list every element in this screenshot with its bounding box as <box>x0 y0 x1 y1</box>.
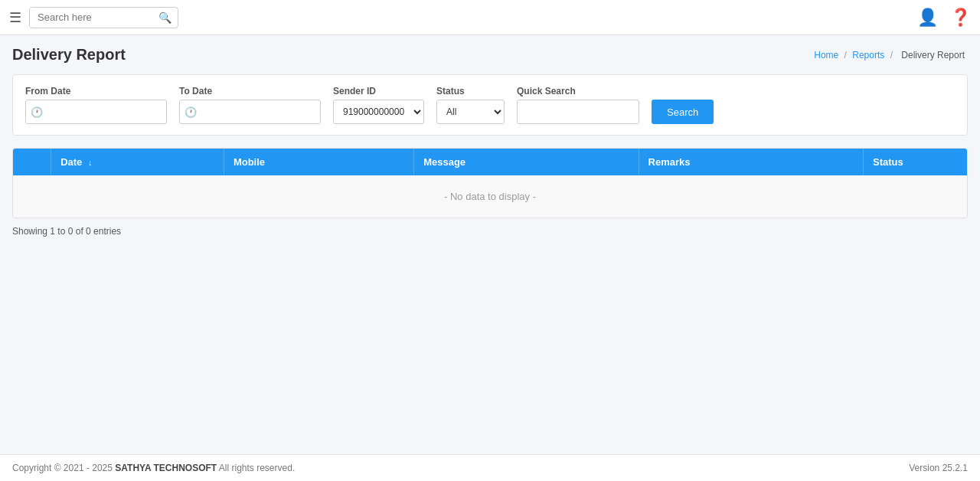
to-date-input[interactable]: 04-Feb-2025 02:06 PM <box>201 106 315 117</box>
help-icon[interactable]: ❓ <box>950 8 971 28</box>
sort-icon-date: ↓ <box>88 158 93 167</box>
col-header-message: Message <box>414 149 639 175</box>
global-search-input[interactable] <box>30 8 152 27</box>
search-icon: 🔍 <box>158 11 172 24</box>
showing-entries: Showing 1 to 0 of 0 entries <box>12 226 968 237</box>
col-header-mobile: Mobile <box>224 149 413 175</box>
status-group: Status All Delivered Pending Failed <box>436 86 505 124</box>
breadcrumb-sep-2: / <box>890 50 896 61</box>
table-header: Date ↓ Mobile Message Remarks Status <box>13 149 967 175</box>
breadcrumb: Home / Reports / Delivery Report <box>814 50 968 61</box>
filter-section: From Date 🕐 04-Feb-2025 12:00 AM To Date… <box>12 74 968 136</box>
hamburger-icon[interactable]: ☰ <box>9 9 21 26</box>
status-label: Status <box>436 86 505 97</box>
user-icon[interactable]: 👤 <box>917 8 938 28</box>
sender-id-group: Sender ID 919000000000 <box>333 86 424 124</box>
table-section: Date ↓ Mobile Message Remarks Status - N… <box>12 148 968 218</box>
col-header-status: Status <box>864 149 967 175</box>
copyright-text: Copyright © 2021 - 2025 <box>12 463 115 473</box>
table-body: - No data to display - <box>13 175 967 218</box>
sender-id-select[interactable]: 919000000000 <box>333 100 424 124</box>
navbar: ☰ 🔍 👤 ❓ <box>0 0 980 35</box>
footer-version: Version 25.2.1 <box>909 463 968 473</box>
breadcrumb-home[interactable]: Home <box>814 50 838 61</box>
breadcrumb-current: Delivery Report <box>901 50 965 61</box>
from-date-clock-icon: 🕐 <box>31 106 43 118</box>
sender-id-label: Sender ID <box>333 86 424 97</box>
to-date-input-wrapper: 🕐 04-Feb-2025 02:06 PM <box>179 100 321 124</box>
page-header: Delivery Report Home / Reports / Deliver… <box>12 46 968 64</box>
quick-search-group: Quick Search <box>517 86 639 124</box>
quick-search-input[interactable] <box>517 100 639 124</box>
main-content: Delivery Report Home / Reports / Deliver… <box>0 35 980 454</box>
navbar-right: 👤 ❓ <box>917 8 971 28</box>
no-data-row: - No data to display - <box>13 175 967 218</box>
company-name: SATHYA TECHNOSOFT <box>115 463 217 473</box>
global-search-button[interactable]: 🔍 <box>152 8 178 28</box>
global-search-box: 🔍 <box>29 7 178 28</box>
from-date-group: From Date 🕐 04-Feb-2025 12:00 AM <box>25 86 167 124</box>
from-date-input[interactable]: 04-Feb-2025 12:00 AM <box>47 106 162 117</box>
col-header-date[interactable]: Date ↓ <box>51 149 224 175</box>
col-header-remarks: Remarks <box>639 149 863 175</box>
breadcrumb-sep-1: / <box>844 50 850 61</box>
quick-search-label: Quick Search <box>517 86 639 97</box>
footer-copyright: Copyright © 2021 - 2025 SATHYA TECHNOSOF… <box>12 463 295 473</box>
no-data-cell: - No data to display - <box>13 175 967 218</box>
page-title: Delivery Report <box>12 46 126 64</box>
filter-row: From Date 🕐 04-Feb-2025 12:00 AM To Date… <box>25 86 955 124</box>
to-date-clock-icon: 🕐 <box>185 106 197 118</box>
to-date-group: To Date 🕐 04-Feb-2025 02:06 PM <box>179 86 321 124</box>
col-header-checkbox <box>13 149 51 175</box>
breadcrumb-reports[interactable]: Reports <box>852 50 884 61</box>
footer: Copyright © 2021 - 2025 SATHYA TECHNOSOF… <box>0 454 980 481</box>
navbar-left: ☰ 🔍 <box>9 7 178 28</box>
data-table: Date ↓ Mobile Message Remarks Status - N… <box>13 149 967 218</box>
status-select[interactable]: All Delivered Pending Failed <box>436 100 505 124</box>
search-button[interactable]: Search <box>652 100 714 124</box>
from-date-label: From Date <box>25 86 167 97</box>
from-date-input-wrapper: 🕐 04-Feb-2025 12:00 AM <box>25 100 167 124</box>
rights-text: All rights reserved. <box>217 463 295 473</box>
to-date-label: To Date <box>179 86 321 97</box>
